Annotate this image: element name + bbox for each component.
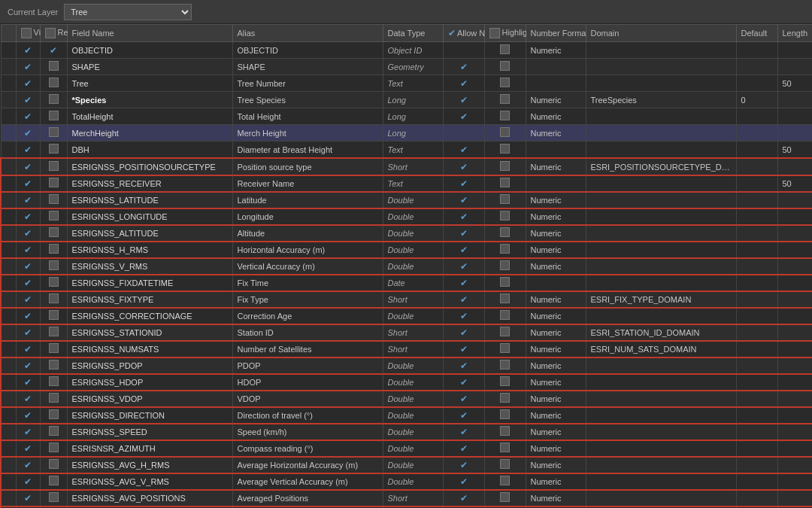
allownull-cell[interactable]: ✔ <box>443 275 484 291</box>
readonly-checkbox[interactable] <box>40 225 67 242</box>
allownull-cell[interactable]: ✔ <box>443 59 484 75</box>
readonly-checkbox[interactable] <box>40 457 67 473</box>
visible-checkbox[interactable]: ✔ <box>16 42 40 59</box>
highlight-cell[interactable] <box>484 125 526 141</box>
highlight-cell[interactable] <box>484 141 526 159</box>
visible-checkbox[interactable]: ✔ <box>16 125 40 141</box>
table-row[interactable]: ✔*SpeciesTree SpeciesLong✔NumericTreeSpe… <box>1 92 812 108</box>
allownull-cell[interactable] <box>443 125 484 141</box>
allownull-cell[interactable]: ✔ <box>443 391 484 407</box>
readonly-checkbox[interactable] <box>40 324 67 341</box>
highlight-header-checkbox[interactable] <box>489 28 500 38</box>
allownull-cell[interactable] <box>443 42 484 59</box>
highlight-cell[interactable] <box>484 407 526 424</box>
readonly-checkbox[interactable] <box>40 108 67 125</box>
table-row[interactable]: ✔ESRIGNSS_FIXDATETIMEFix TimeDate✔ <box>1 275 812 291</box>
readonly-checkbox[interactable] <box>40 308 67 324</box>
readonly-checkbox[interactable] <box>40 242 67 258</box>
allownull-cell[interactable]: ✔ <box>443 108 484 125</box>
highlight-cell[interactable] <box>484 440 526 457</box>
readonly-header-checkbox[interactable] <box>45 28 56 38</box>
highlight-cell[interactable] <box>484 208 526 225</box>
table-row[interactable]: ✔ESRIGNSS_ALTITUDEAltitudeDouble✔Numeric <box>1 225 812 242</box>
table-row[interactable]: ✔ESRIGNSS_HDOPHDOPDouble✔Numeric <box>1 374 812 391</box>
visible-checkbox[interactable]: ✔ <box>16 192 40 208</box>
highlight-cell[interactable] <box>484 275 526 291</box>
table-row[interactable]: ✔SHAPESHAPEGeometry✔ <box>1 59 812 75</box>
visible-checkbox[interactable]: ✔ <box>16 473 40 490</box>
highlight-cell[interactable] <box>484 75 526 92</box>
readonly-checkbox[interactable] <box>40 175 67 192</box>
readonly-checkbox[interactable] <box>40 158 67 175</box>
table-row[interactable]: ✔ESRIGNSS_AVG_H_RMSAverage Horizontal Ac… <box>1 457 812 473</box>
allownull-cell[interactable]: ✔ <box>443 457 484 473</box>
allownull-cell[interactable]: ✔ <box>443 490 484 506</box>
highlight-cell[interactable] <box>484 357 526 374</box>
highlight-cell[interactable] <box>484 424 526 440</box>
table-row[interactable]: ✔TreeTree NumberText✔50 <box>1 75 812 92</box>
readonly-checkbox[interactable] <box>40 374 67 391</box>
visible-checkbox[interactable]: ✔ <box>16 175 40 192</box>
highlight-cell[interactable] <box>484 374 526 391</box>
highlight-cell[interactable] <box>484 225 526 242</box>
highlight-cell[interactable] <box>484 59 526 75</box>
visible-checkbox[interactable]: ✔ <box>16 59 40 75</box>
visible-checkbox[interactable]: ✔ <box>16 424 40 440</box>
table-row[interactable]: ✔ESRIGNSS_RECEIVERReceiver NameText✔50 <box>1 175 812 192</box>
table-row[interactable]: ✔ESRIGNSS_CORRECTIONAGECorrection AgeDou… <box>1 308 812 324</box>
allownull-cell[interactable]: ✔ <box>443 175 484 192</box>
table-row[interactable]: ✔ESRISNSR_AZIMUTHCompass reading (°)Doub… <box>1 440 812 457</box>
table-row[interactable]: ✔ESRIGNSS_FIXTYPEFix TypeShort✔NumericES… <box>1 291 812 308</box>
visible-col-header[interactable]: Visible <box>16 25 40 42</box>
readonly-checkbox[interactable] <box>40 92 67 108</box>
visible-checkbox[interactable]: ✔ <box>16 75 40 92</box>
table-row[interactable]: ✔ESRIGNSS_STATIONIDStation IDShort✔Numer… <box>1 324 812 341</box>
readonly-checkbox[interactable] <box>40 424 67 440</box>
allownull-cell[interactable]: ✔ <box>443 75 484 92</box>
readonly-checkbox[interactable] <box>40 192 67 208</box>
visible-checkbox[interactable]: ✔ <box>16 258 40 275</box>
allownull-cell[interactable]: ✔ <box>443 357 484 374</box>
highlight-col-header[interactable]: Highlight <box>484 25 526 42</box>
table-row[interactable]: ✔ESRIGNSS_VDOPVDOPDouble✔Numeric <box>1 391 812 407</box>
allownull-cell[interactable]: ✔ <box>443 208 484 225</box>
visible-checkbox[interactable]: ✔ <box>16 92 40 108</box>
allownull-cell[interactable]: ✔ <box>443 324 484 341</box>
table-row[interactable]: ✔ESRIGNSS_PDOPPDOPDouble✔Numeric <box>1 357 812 374</box>
highlight-cell[interactable] <box>484 258 526 275</box>
readonly-checkbox[interactable] <box>40 141 67 159</box>
visible-checkbox[interactable]: ✔ <box>16 208 40 225</box>
allownull-cell[interactable]: ✔ <box>443 192 484 208</box>
readonly-checkbox[interactable] <box>40 258 67 275</box>
highlight-cell[interactable] <box>484 192 526 208</box>
visible-checkbox[interactable]: ✔ <box>16 324 40 341</box>
highlight-cell[interactable] <box>484 391 526 407</box>
visible-checkbox[interactable]: ✔ <box>16 308 40 324</box>
highlight-cell[interactable] <box>484 242 526 258</box>
visible-checkbox[interactable]: ✔ <box>16 490 40 506</box>
readonly-checkbox[interactable] <box>40 357 67 374</box>
highlight-cell[interactable] <box>484 341 526 357</box>
highlight-cell[interactable] <box>484 42 526 59</box>
allownull-cell[interactable]: ✔ <box>443 308 484 324</box>
visible-checkbox[interactable]: ✔ <box>16 158 40 175</box>
allownull-cell[interactable]: ✔ <box>443 141 484 159</box>
readonly-checkbox[interactable] <box>40 275 67 291</box>
readonly-checkbox[interactable] <box>40 473 67 490</box>
visible-checkbox[interactable]: ✔ <box>16 440 40 457</box>
allownull-cell[interactable]: ✔ <box>443 158 484 175</box>
readonly-checkbox[interactable] <box>40 490 67 506</box>
visible-header-checkbox[interactable] <box>21 28 32 38</box>
allownull-cell[interactable]: ✔ <box>443 242 484 258</box>
readonly-checkbox[interactable] <box>40 391 67 407</box>
table-row[interactable]: ✔✔OBJECTIDOBJECTIDObject IDNumeric <box>1 42 812 59</box>
allownull-cell[interactable]: ✔ <box>443 341 484 357</box>
table-row[interactable]: ✔ESRIGNSS_SPEEDSpeed (km/h)Double✔Numeri… <box>1 424 812 440</box>
allownull-cell[interactable]: ✔ <box>443 291 484 308</box>
table-row[interactable]: ✔ESRIGNSS_DIRECTIONDirection of travel (… <box>1 407 812 424</box>
allownull-cell[interactable]: ✔ <box>443 440 484 457</box>
table-row[interactable]: ✔ESRIGNSS_LATITUDELatitudeDouble✔Numeric <box>1 192 812 208</box>
highlight-cell[interactable] <box>484 490 526 506</box>
allownull-cell[interactable]: ✔ <box>443 225 484 242</box>
readonly-checkbox[interactable] <box>40 440 67 457</box>
